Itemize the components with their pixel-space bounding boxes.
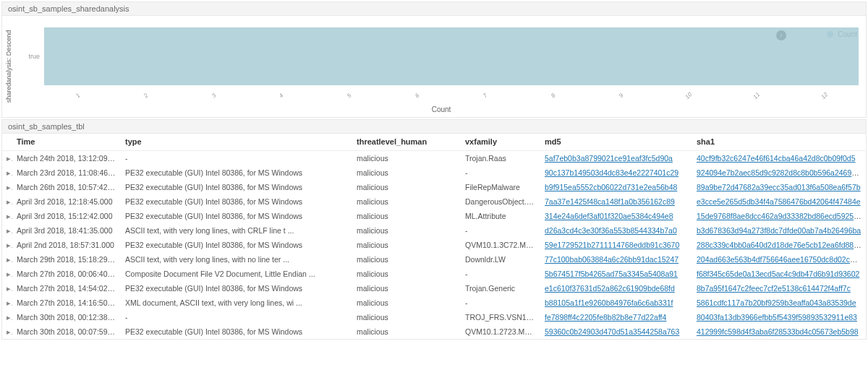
cell-type: ASCII text, with very long lines, with n… — [121, 252, 352, 267]
cell-sha1: f68f345c65de0a13ecd5ac4c9db47d6b91d93602 — [692, 267, 866, 281]
cell-vxfamily: Downldr.LW — [461, 252, 540, 267]
sha1-link[interactable]: 8b7a95f1647c2feec7cf2e5138c614472f4aff7c — [697, 284, 851, 293]
sha1-link[interactable]: 15de9768f8ae8dcc462a9d33382bd86ecd5925ac — [697, 212, 861, 220]
table-row: ▸April 2nd 2018, 18:57:31.000PE32 execut… — [2, 238, 866, 252]
cell-md5: b88105a1f1e9260b84976fa6c6ab331f — [540, 296, 692, 310]
expand-row-icon[interactable]: ▸ — [2, 296, 12, 310]
cell-vxfamily: QVM10.1.3C72.Malware — [461, 238, 540, 252]
cell-sha1: 15de9768f8ae8dcc462a9d33382bd86ecd5925ac — [692, 209, 866, 223]
cell-md5: 59e1729521b2711114768eddb91c3670 — [540, 238, 692, 252]
chart-y-axis-label: sharedanalysis: Descend — [5, 30, 12, 103]
cell-vxfamily: - — [461, 223, 540, 238]
sha1-link[interactable]: e3cce5e265d5db34f4a7586476bd42064f47484e — [697, 197, 861, 206]
sha1-link[interactable]: 40cf9fb32c6247e46f614cba46a42d8c0b09f0d5 — [697, 154, 856, 163]
table-row: ▸April 3rd 2018, 15:12:42.000PE32 execut… — [2, 209, 866, 223]
cell-threatlevel: malicious — [352, 209, 461, 223]
cell-threatlevel: malicious — [352, 180, 461, 194]
expand-row-icon[interactable]: ▸ — [2, 209, 12, 223]
md5-link[interactable]: e1c610f37631d52a862c61909bde68fd — [545, 284, 675, 293]
md5-link[interactable]: 77c100bab063884a6c26bb91dac15247 — [545, 255, 678, 264]
col-vxfamily[interactable]: vxfamily — [461, 134, 540, 151]
md5-link[interactable]: b9f915ea5552cb06022d731e2ea56b48 — [545, 183, 677, 191]
cell-md5: 90c137b149503d4dc83e4e2227401c29 — [540, 165, 692, 180]
table-row: ▸March 30th 2018, 00:07:59.000PE32 execu… — [2, 324, 866, 339]
cell-threatlevel: malicious — [352, 165, 461, 180]
expand-row-icon[interactable]: ▸ — [2, 267, 12, 281]
cell-threatlevel: malicious — [352, 324, 461, 339]
cell-type: PE32 executable (GUI) Intel 80386, for M… — [121, 209, 352, 223]
expand-row-icon[interactable]: ▸ — [2, 151, 12, 166]
md5-link[interactable]: 314e24a6def3af01f320ae5384c494e8 — [545, 212, 673, 220]
sha1-link[interactable]: 204ad663e563b4df756646aee16750dc8d02c073 — [697, 255, 862, 264]
md5-link[interactable]: 5af7eb0b3a8799021ce91eaf3fc5d90a — [545, 154, 673, 163]
md5-link[interactable]: fe7898ff4c2205fe8b82b8e77d22aff4 — [545, 313, 666, 322]
cell-sha1: 5861cdfc117a7b20bf9259b3eaffa043a83539de — [692, 296, 866, 310]
cell-md5: 5b674517f5b4265ad75a3345a5408a91 — [540, 267, 692, 281]
expand-row-icon[interactable]: ▸ — [2, 238, 12, 252]
md5-link[interactable]: b88105a1f1e9260b84976fa6c6ab331f — [545, 298, 673, 307]
cell-vxfamily: ML.Attribute — [461, 209, 540, 223]
expand-row-icon[interactable]: ▸ — [2, 194, 12, 209]
table-row: ▸April 3rd 2018, 18:41:35.000ASCII text,… — [2, 223, 866, 238]
cell-type: PE32 executable (GUI) Intel 80386, for M… — [121, 180, 352, 194]
table-row: ▸March 24th 2018, 13:12:09.000-malicious… — [2, 151, 866, 166]
md5-link[interactable]: 7aa37e1425f48ca148f1a0b356162c89 — [545, 197, 675, 206]
sha1-link[interactable]: 288c339c4bb0a640d2d18de76e5cb12ea6fd8818 — [697, 241, 862, 249]
expand-row-icon[interactable]: ▸ — [2, 165, 12, 180]
chart-x-axis: 123456789101112 — [44, 92, 859, 104]
cell-vxfamily: Trojan.Generic — [461, 281, 540, 296]
md5-link[interactable]: d26a3cd4c3e30f36a553b8544334b7a0 — [545, 226, 677, 235]
cell-md5: d26a3cd4c3e30f36a553b8544334b7a0 — [540, 223, 692, 238]
cell-vxfamily: DangerousObject.Multi — [461, 194, 540, 209]
sha1-link[interactable]: 5861cdfc117a7b20bf9259b3eaffa043a83539de — [697, 298, 856, 307]
cell-time: March 27th 2018, 14:54:02.000 — [12, 281, 121, 296]
cell-type: PE32 executable (GUI) Intel 80386, for M… — [121, 194, 352, 209]
expand-row-icon[interactable]: ▸ — [2, 180, 12, 194]
chart-plot-area[interactable] — [44, 20, 859, 92]
cell-type: XML document, ASCII text, with very long… — [121, 296, 352, 310]
md5-link[interactable]: 59360c0b24903d470d51a3544258a763 — [545, 327, 679, 336]
md5-link[interactable]: 90c137b149503d4dc83e4e2227401c29 — [545, 168, 678, 177]
expand-row-icon[interactable]: ▸ — [2, 223, 12, 238]
chart-panel: osint_sb_samples_sharedanalysis sharedan… — [1, 1, 867, 118]
cell-threatlevel: malicious — [352, 296, 461, 310]
expand-row-icon[interactable]: ▸ — [2, 310, 12, 324]
table-header-row: Time type threatlevel_human vxfamily md5… — [2, 134, 866, 151]
chart-area: sharedanalysis: Descend › Count true 123… — [2, 16, 866, 117]
cell-vxfamily: - — [461, 165, 540, 180]
cell-type: ASCII text, with very long lines, with C… — [121, 223, 352, 238]
samples-table: Time type threatlevel_human vxfamily md5… — [2, 134, 866, 339]
cell-threatlevel: malicious — [352, 310, 461, 324]
cell-threatlevel: malicious — [352, 267, 461, 281]
col-time[interactable]: Time — [12, 134, 121, 151]
sha1-link[interactable]: f68f345c65de0a13ecd5ac4c9db47d6b91d93602 — [697, 270, 859, 278]
table-row: ▸March 29th 2018, 15:18:29.000ASCII text… — [2, 252, 866, 267]
table-body: ▸March 24th 2018, 13:12:09.000-malicious… — [2, 151, 866, 340]
col-type[interactable]: type — [121, 134, 352, 151]
sha1-link[interactable]: 412999fc598d4f3aba6f28533bd4c05673eb5b98 — [697, 327, 859, 336]
md5-link[interactable]: 59e1729521b2711114768eddb91c3670 — [545, 241, 679, 249]
sha1-link[interactable]: 89a9be72d47682a39ecc35ad013f6a508ea6f57b — [697, 183, 861, 191]
cell-time: April 3rd 2018, 18:41:35.000 — [12, 223, 121, 238]
expand-row-icon[interactable]: ▸ — [2, 281, 12, 296]
col-threatlevel[interactable]: threatlevel_human — [352, 134, 461, 151]
md5-link[interactable]: 5b674517f5b4265ad75a3345a5408a91 — [545, 270, 678, 278]
cell-md5: fe7898ff4c2205fe8b82b8e77d22aff4 — [540, 310, 692, 324]
cell-type: - — [121, 151, 352, 166]
expand-row-icon[interactable]: ▸ — [2, 324, 12, 339]
sha1-link[interactable]: b3d678363d94a273f8dc7dfde00ab7a4b26496ba — [697, 226, 861, 235]
col-md5[interactable]: md5 — [540, 134, 692, 151]
expand-row-icon[interactable]: ▸ — [2, 252, 12, 267]
sha1-link[interactable]: 924094e7b2aec85d9c9282d8c8b0b596a24695bb — [697, 168, 864, 177]
table-panel: osint_sb_samples_tbl Time type threatlev… — [1, 119, 867, 340]
cell-threatlevel: malicious — [352, 223, 461, 238]
chart-panel-title: osint_sb_samples_sharedanalysis — [2, 2, 866, 16]
cell-type: Composite Document File V2 Document, Lit… — [121, 267, 352, 281]
cell-vxfamily: - — [461, 267, 540, 281]
cell-md5: e1c610f37631d52a862c61909bde68fd — [540, 281, 692, 296]
col-sha1[interactable]: sha1 — [692, 134, 866, 151]
table-row: ▸March 26th 2018, 10:57:42.000PE32 execu… — [2, 180, 866, 194]
cell-time: March 29th 2018, 15:18:29.000 — [12, 252, 121, 267]
cell-threatlevel: malicious — [352, 281, 461, 296]
sha1-link[interactable]: 80403fa13db3966efbb5f5439f59893532911e83 — [697, 313, 857, 322]
